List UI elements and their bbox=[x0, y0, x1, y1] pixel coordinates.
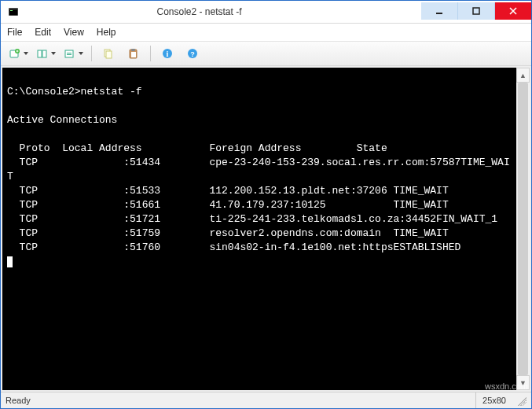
title-bar: Console2 - netstat -f bbox=[1, 1, 531, 24]
status-ready: Ready bbox=[6, 396, 31, 405]
resize-grip[interactable] bbox=[515, 395, 526, 406]
menu-file[interactable]: File bbox=[7, 27, 22, 38]
new-tab-button[interactable] bbox=[6, 44, 31, 63]
close-button[interactable] bbox=[495, 2, 531, 20]
watermark: wsxdn.com bbox=[485, 381, 528, 391]
chevron-down-icon bbox=[51, 52, 56, 55]
minimize-button[interactable] bbox=[421, 2, 458, 20]
vertical-scrollbar[interactable]: ▲ ▼ bbox=[516, 68, 530, 390]
svg-text:i: i bbox=[167, 50, 169, 58]
scroll-track[interactable] bbox=[516, 83, 530, 375]
menu-bar: File Edit View Help bbox=[1, 24, 531, 42]
toolbar-separator bbox=[91, 46, 92, 61]
svg-rect-4 bbox=[473, 8, 479, 14]
svg-rect-11 bbox=[67, 54, 72, 55]
paste-button[interactable] bbox=[122, 44, 145, 63]
settings-button[interactable] bbox=[61, 44, 86, 63]
svg-rect-10 bbox=[67, 53, 72, 53]
maximize-button[interactable] bbox=[458, 2, 495, 20]
copy-button[interactable] bbox=[97, 44, 120, 63]
status-dimensions: 25x80 bbox=[475, 392, 512, 408]
help-button[interactable]: ? bbox=[181, 44, 204, 63]
app-window: Console2 - netstat -f File Edit View Hel… bbox=[0, 0, 532, 409]
svg-rect-9 bbox=[65, 50, 73, 57]
svg-rect-15 bbox=[131, 49, 135, 51]
info-button[interactable]: i bbox=[156, 44, 179, 63]
window-title: Console2 - netstat -f bbox=[0, 6, 421, 17]
terminal-output[interactable]: C:\Console2>netstat -f Active Connection… bbox=[2, 68, 516, 390]
window-controls bbox=[421, 2, 531, 20]
svg-rect-3 bbox=[436, 13, 442, 14]
chevron-down-icon bbox=[79, 52, 83, 55]
status-bar: Ready 25x80 bbox=[1, 392, 531, 408]
toolbar-separator bbox=[150, 46, 151, 61]
svg-text:?: ? bbox=[190, 50, 195, 58]
menu-view[interactable]: View bbox=[64, 27, 84, 38]
svg-rect-7 bbox=[38, 50, 42, 57]
menu-edit[interactable]: Edit bbox=[35, 27, 51, 38]
svg-rect-13 bbox=[106, 51, 112, 58]
text-cursor bbox=[7, 256, 13, 267]
chevron-down-icon bbox=[24, 52, 28, 55]
svg-rect-16 bbox=[131, 52, 136, 57]
scroll-thumb[interactable] bbox=[518, 83, 528, 375]
toolbar: i ? bbox=[1, 42, 531, 66]
split-tab-button[interactable] bbox=[33, 44, 59, 63]
menu-help[interactable]: Help bbox=[97, 27, 116, 38]
svg-rect-8 bbox=[42, 50, 46, 57]
terminal-container: C:\Console2>netstat -f Active Connection… bbox=[1, 66, 531, 392]
scroll-up-button[interactable]: ▲ bbox=[516, 68, 530, 83]
